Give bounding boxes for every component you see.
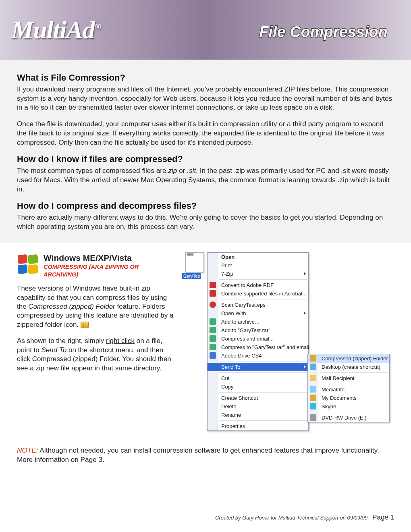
file-label: GaryTes bbox=[182, 273, 201, 279]
menu-item[interactable]: Add to archive... bbox=[208, 318, 308, 326]
menu-item-icon bbox=[310, 355, 316, 362]
menu-item-icon bbox=[310, 386, 316, 393]
menu-item[interactable]: Compress and email... bbox=[208, 335, 308, 343]
menu-item[interactable]: Rename bbox=[208, 411, 308, 419]
menu-item-icon bbox=[210, 344, 216, 350]
menu-item[interactable]: Compressed (zipped) Folder bbox=[308, 354, 389, 363]
note-text: Although not needed, you can install com… bbox=[17, 446, 379, 463]
menu-item[interactable]: 7-Zip bbox=[208, 270, 308, 278]
menu-item-label: Compressed (zipped) Folder bbox=[322, 355, 388, 362]
heading-what-is: What is File Comression? bbox=[17, 73, 394, 83]
menu-item[interactable]: Skype bbox=[308, 402, 389, 411]
win-para-1: These versions of Windows have built-in … bbox=[17, 284, 178, 329]
menu-item[interactable]: Create Shortcut bbox=[208, 394, 308, 402]
para-s1-1: If you download many programs and files … bbox=[17, 85, 394, 112]
menu-item[interactable]: Properties bbox=[208, 422, 308, 430]
submenu-arrow-icon bbox=[304, 272, 306, 275]
menu-item[interactable]: Copy bbox=[208, 382, 308, 391]
menu-item[interactable]: Scan GaryTest.eps bbox=[208, 301, 308, 309]
menu-item[interactable]: Convert to Adobe PDF bbox=[208, 281, 308, 289]
menu-item[interactable]: Combine supported files in Acrobat... bbox=[208, 289, 308, 298]
heading-how-compress: How do I compress and decompress files? bbox=[17, 201, 394, 211]
submenu-arrow-icon bbox=[304, 312, 306, 315]
para-s3-1: There are actually many different ways t… bbox=[17, 213, 394, 231]
menu-item-label: Properties bbox=[221, 423, 245, 429]
menu-item[interactable]: Desktop (create shortcut) bbox=[308, 363, 389, 371]
menu-item[interactable]: Mail Recipient bbox=[308, 374, 389, 382]
logo-text: MultiAd bbox=[11, 16, 95, 44]
win-para-2: As shown to the right, simply right clic… bbox=[17, 337, 178, 373]
menu-item-icon bbox=[210, 318, 216, 325]
menu-item[interactable]: MediaInfo bbox=[308, 385, 389, 394]
menu-item-icon bbox=[210, 335, 216, 342]
logo: MultiAd® bbox=[11, 16, 101, 44]
menu-item-label: Desktop (create shortcut) bbox=[322, 364, 380, 370]
menu-item[interactable]: Compress to "GaryTest.rar" and email bbox=[208, 343, 308, 351]
windows-subtitle: COMPRESSING (AKA ZIPPING OR ARCHIVING) bbox=[44, 263, 156, 278]
menu-item-label: DVD-RW Drive (E:) bbox=[322, 415, 367, 421]
menu-item-label: Open With bbox=[221, 310, 246, 316]
menu-item-label: Skype bbox=[322, 403, 336, 409]
windows-logo-icon bbox=[17, 254, 39, 276]
context-menu-primary: OpenPrint7-ZipConvert to Adobe PDFCombin… bbox=[207, 252, 309, 431]
menu-item-label: Add to "GaryTest.rar" bbox=[221, 327, 270, 333]
menu-item[interactable]: Adobe Drive CS4 bbox=[208, 351, 308, 360]
footer-credit: Created by Gary Horrie for Multiad Techn… bbox=[215, 515, 367, 521]
menu-item[interactable]: Open bbox=[208, 253, 308, 261]
menu-item[interactable]: My Documents bbox=[308, 394, 389, 402]
menu-item-label: Create Shortcut bbox=[221, 395, 258, 401]
content-upper: What is File Comression? If you download… bbox=[0, 60, 411, 243]
menu-item-label: Scan GaryTest.eps bbox=[221, 302, 266, 308]
menu-item-icon bbox=[310, 375, 316, 381]
menu-item-label: Adobe Drive CS4 bbox=[221, 353, 262, 359]
left-column: Windows ME/XP/Vista COMPRESSING (AKA ZIP… bbox=[17, 252, 178, 430]
footer: Created by Gary Horrie for Multiad Techn… bbox=[215, 513, 394, 522]
menu-item-label: Compress to "GaryTest.rar" and email bbox=[221, 344, 309, 350]
file-thumbnail-icon bbox=[185, 252, 204, 272]
menu-item-label: Convert to Adobe PDF bbox=[221, 282, 274, 288]
registered-mark: ® bbox=[95, 21, 101, 31]
menu-item-label: MediaInfo bbox=[322, 387, 345, 393]
heading-how-know: How do I know if files are compressed? bbox=[17, 154, 394, 164]
menu-item-icon bbox=[310, 414, 316, 421]
windows-title: Windows ME/XP/Vista bbox=[44, 252, 156, 264]
menu-item-label: Copy bbox=[221, 384, 233, 390]
note-label: NOTE: bbox=[17, 446, 38, 454]
zipped-folder-icon bbox=[81, 322, 89, 328]
menu-item-label: Combine supported files in Acrobat... bbox=[221, 291, 307, 297]
menu-item-icon bbox=[310, 395, 316, 401]
menu-item[interactable]: Cut bbox=[208, 374, 308, 382]
menu-item[interactable]: Delete bbox=[208, 402, 308, 411]
menu-item-label: Compress and email... bbox=[221, 336, 274, 342]
context-menu-sendto: Compressed (zipped) FolderDesktop (creat… bbox=[307, 354, 390, 422]
menu-item-label: Send To bbox=[221, 364, 240, 370]
menu-item[interactable]: DVD-RW Drive (E:) bbox=[308, 414, 389, 422]
menu-item[interactable]: Send To bbox=[208, 363, 308, 371]
menu-item-label: Cut bbox=[221, 375, 229, 381]
menu-item-label: 7-Zip bbox=[221, 271, 233, 277]
menu-item-label: Delete bbox=[221, 403, 237, 409]
banner: MultiAd® File Compression bbox=[0, 0, 411, 60]
para-s1-2: Once the file is downloaded, your comput… bbox=[17, 119, 394, 147]
menu-item-icon bbox=[210, 282, 216, 288]
menu-item-icon bbox=[210, 290, 216, 297]
menu-item-label: Mail Recipient bbox=[322, 375, 355, 381]
menu-item[interactable]: Print bbox=[208, 261, 308, 270]
submenu-arrow-icon bbox=[304, 365, 306, 368]
menu-item-label: Rename bbox=[221, 412, 241, 418]
menu-item-label: Open bbox=[221, 254, 235, 260]
menu-item[interactable]: Add to "GaryTest.rar" bbox=[208, 326, 308, 335]
menu-item[interactable]: Open With bbox=[208, 309, 308, 318]
para-s2-1: The most common types of compressed file… bbox=[17, 166, 394, 193]
menu-item-label: Print bbox=[221, 262, 232, 268]
menu-item-icon bbox=[210, 327, 216, 333]
menu-item-label: My Documents bbox=[322, 395, 357, 401]
note-block: NOTE: Although not needed, you can insta… bbox=[0, 430, 411, 464]
footer-page: Page 1 bbox=[372, 513, 394, 522]
content-lower: Windows ME/XP/Vista COMPRESSING (AKA ZIP… bbox=[0, 243, 411, 430]
menu-item-label: Add to archive... bbox=[221, 319, 259, 325]
banner-title: File Compression bbox=[259, 23, 388, 41]
context-menu-screenshot: GaryTes OpenPrint7-ZipConvert to Adobe P… bbox=[185, 252, 394, 430]
menu-item-icon bbox=[210, 301, 216, 308]
menu-item-icon bbox=[310, 403, 316, 409]
